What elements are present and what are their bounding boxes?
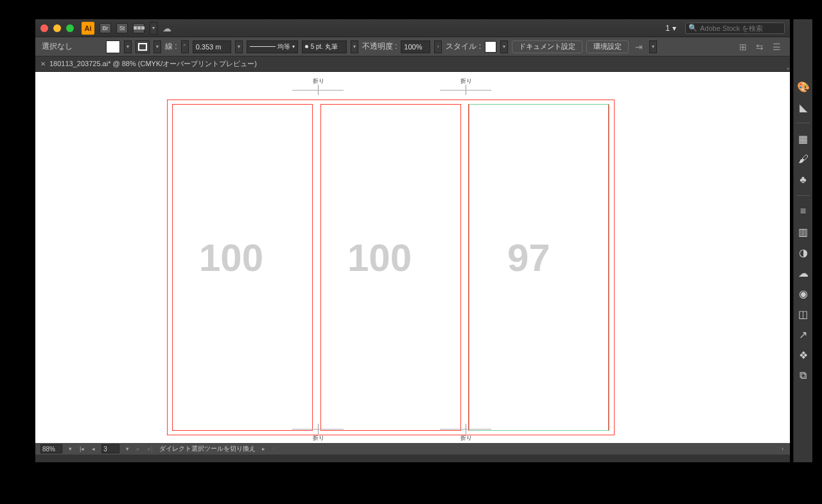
stroke-panel-icon[interactable]: ≡ xyxy=(797,205,810,218)
transform-icon[interactable]: ⇆ xyxy=(753,42,766,52)
control-bar: 選択なし ▾ ▾ 線 : ⌃ ▾ 均等▾ 5 pt. 丸筆 ▾ 不透明度 : ›… xyxy=(35,37,790,56)
opacity-label: 不透明度 : xyxy=(362,41,398,52)
sync-settings-icon[interactable]: ☁ xyxy=(162,23,171,33)
panel-width-1: 100 xyxy=(199,236,263,280)
panel-width-2: 100 xyxy=(347,236,412,280)
fold-tick-bot-2 xyxy=(466,424,466,434)
close-tab-icon[interactable]: ✕ xyxy=(40,60,46,67)
appearance-panel-icon[interactable]: ◉ xyxy=(797,287,810,300)
preferences-button[interactable]: 環境設定 xyxy=(586,40,629,53)
gradient-panel-icon[interactable]: ▥ xyxy=(797,225,810,238)
style-swatch[interactable] xyxy=(485,41,496,53)
scroll-right-icon[interactable]: › xyxy=(780,446,785,452)
color-panel-icon[interactable]: 🎨 xyxy=(797,80,810,93)
brushes-panel-icon[interactable]: 🖌 xyxy=(797,153,810,166)
graphic-styles-panel-icon[interactable]: ◫ xyxy=(797,308,810,320)
selection-label: 選択なし xyxy=(42,41,73,52)
fold-label-bot-1: 折り xyxy=(313,434,324,442)
artboard-number-input[interactable] xyxy=(101,444,119,453)
document-setup-button[interactable]: ドキュメント設定 xyxy=(512,40,582,53)
close-window[interactable] xyxy=(40,24,48,32)
titlebar: Ai Br St ▾ ☁ 1▾ 🔍 xyxy=(35,19,790,37)
swatches-panel-icon[interactable]: ▦ xyxy=(797,132,810,145)
minimize-window[interactable] xyxy=(53,24,61,32)
status-less-icon: ‹ xyxy=(272,446,276,452)
grid-icon[interactable]: ⊞ xyxy=(737,42,749,52)
opacity-input[interactable] xyxy=(401,40,430,53)
layers-panel-icon[interactable]: ❖ xyxy=(797,349,810,361)
stroke-chevron-icon[interactable]: ▾ xyxy=(153,40,161,53)
stroke-weight-input[interactable] xyxy=(193,40,231,53)
arrange-documents-button[interactable] xyxy=(133,23,144,33)
fold-hline-top-1 xyxy=(292,90,344,91)
align-chevron-icon[interactable]: ▾ xyxy=(649,40,657,53)
artboard-chevron-icon[interactable]: ▾ xyxy=(125,446,130,452)
canvas[interactable]: 折り 折り 100 100 97 折り 折り xyxy=(35,72,790,443)
brush-chevron-icon[interactable]: ▾ xyxy=(351,40,358,53)
stock-search-input[interactable] xyxy=(700,24,782,32)
status-play-icon[interactable]: ▸ xyxy=(261,446,267,452)
zoom-window[interactable] xyxy=(66,24,74,32)
workspace-dropdown[interactable]: 1▾ xyxy=(661,24,680,33)
stroke-link-icon[interactable]: ⌃ xyxy=(181,40,189,53)
export-panel-icon[interactable]: ↗ xyxy=(797,328,810,341)
opacity-chevron-icon[interactable]: › xyxy=(434,40,442,53)
width-profile-dropdown[interactable]: 均等▾ xyxy=(247,40,298,53)
arrange-chevron-icon[interactable]: ▾ xyxy=(150,22,157,35)
stock-search[interactable]: 🔍 xyxy=(685,22,785,34)
tool-hint: ダイレクト選択ツールを切り換え xyxy=(159,444,256,453)
fill-chevron-icon[interactable]: ▾ xyxy=(124,40,132,53)
next-artboard-icon[interactable]: ▸ xyxy=(136,446,141,452)
zoom-chevron-icon[interactable]: ▾ xyxy=(67,446,73,452)
brush-dot-icon xyxy=(305,45,308,48)
artboards-panel-icon[interactable]: ⧉ xyxy=(797,369,810,382)
fold-hline-top-2 xyxy=(440,90,491,91)
tab-overflow-icon[interactable]: « xyxy=(787,65,790,72)
search-icon: 🔍 xyxy=(688,24,697,32)
style-label: スタイル : xyxy=(446,41,481,52)
zoom-input[interactable] xyxy=(40,444,62,453)
bridge-button[interactable]: Br xyxy=(100,23,111,33)
app-window: Ai Br St ▾ ☁ 1▾ 🔍 選択なし ▾ ▾ 線 : ⌃ ▾ 均等▾ 5… xyxy=(35,19,790,462)
menu-icon[interactable]: ☰ xyxy=(770,42,783,52)
last-artboard-icon[interactable]: ▸| xyxy=(146,446,153,452)
panel-width-3: 97 xyxy=(507,236,550,280)
stock-button[interactable]: St xyxy=(116,23,128,33)
window-controls xyxy=(40,24,74,32)
symbols-panel-icon[interactable]: ♣ xyxy=(797,173,810,186)
panel-rail: 🎨 ◣ ▦ 🖌 ♣ ≡ ▥ ◑ ☁ ◉ ◫ ↗ ❖ ⧉ xyxy=(793,19,812,462)
app-logo-icon: Ai xyxy=(82,22,94,35)
fold-label-top-2: 折り xyxy=(460,77,472,85)
transparency-panel-icon[interactable]: ◑ xyxy=(797,246,810,259)
status-bar: ▾ |◂ ◂ ▾ ▸ ▸| ダイレクト選択ツールを切り換え ▸ ‹ › xyxy=(35,443,790,455)
stroke-weight-label: 線 : xyxy=(165,41,177,52)
first-artboard-icon[interactable]: |◂ xyxy=(78,446,85,452)
stroke-swatch[interactable] xyxy=(136,40,150,53)
document-tab-row: ✕ 180113_203725.ai* @ 88% (CMYK/オーバープリント… xyxy=(35,56,790,72)
chevron-down-icon: ▾ xyxy=(672,24,676,33)
style-chevron-icon[interactable]: ▾ xyxy=(500,40,508,53)
align-options-icon[interactable]: ⇥ xyxy=(633,42,645,52)
prev-artboard-icon[interactable]: ◂ xyxy=(91,446,96,452)
libraries-panel-icon[interactable]: ☁ xyxy=(797,266,810,279)
stroke-weight-chevron-icon[interactable]: ▾ xyxy=(235,40,243,53)
fold-label-top-1: 折り xyxy=(313,77,324,85)
fold-label-bot-2: 折り xyxy=(460,434,472,442)
document-tab-title[interactable]: 180113_203725.ai* @ 88% (CMYK/オーバープリントプレ… xyxy=(49,59,257,69)
color-guide-icon[interactable]: ◣ xyxy=(797,101,810,114)
fill-swatch[interactable] xyxy=(106,40,120,53)
brush-dropdown[interactable]: 5 pt. 丸筆 xyxy=(302,40,347,53)
fold-tick-bot-1 xyxy=(318,424,319,434)
